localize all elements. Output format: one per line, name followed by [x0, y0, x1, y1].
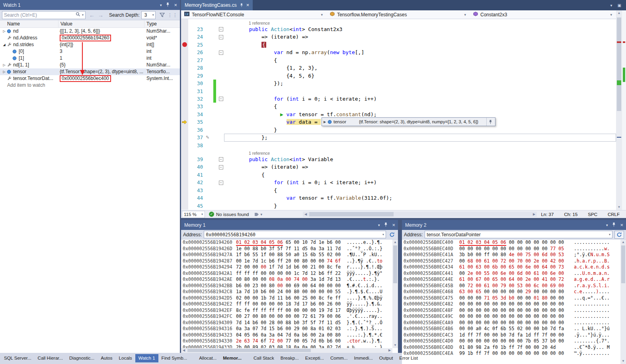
fold-collapse-button[interactable]: −	[219, 157, 223, 162]
memory2-titlebar[interactable]: Memory 2 ▾ ×	[402, 220, 626, 230]
fold-collapse-button[interactable]: −	[219, 181, 223, 185]
fold-collapse-button[interactable]: −	[219, 97, 223, 101]
chevron-down-icon[interactable]: ▾	[82, 13, 84, 17]
breakpoint-margin[interactable]	[181, 49, 188, 56]
scroll-up-icon[interactable]: ▲	[392, 239, 398, 245]
taskbar-tab[interactable]: Locals	[116, 354, 135, 362]
code-line[interactable]: 43 {	[181, 187, 616, 194]
memory-row[interactable]: 0x000002556B0EC47500 00 00 71 05 3d b0 0…	[402, 295, 620, 302]
code-line[interactable]: 42− for (int i = 0; i < iterate; i++)	[181, 179, 616, 186]
memory1-address-input[interactable]: 0x000002556B194260 ▾	[204, 231, 386, 238]
scroll-left-icon[interactable]: ◀	[303, 212, 308, 216]
breakpoint-margin[interactable]	[181, 179, 188, 186]
datatip-variable-name[interactable]: tensor	[333, 119, 359, 124]
chevron-down-icon[interactable]: ▾	[610, 3, 612, 8]
code-line[interactable]: 30 });	[181, 80, 616, 87]
nav-dropdown-project[interactable]: C#TensorFlowNET.Console▾	[181, 10, 327, 19]
breakpoint-margin[interactable]	[181, 80, 188, 87]
memory1-rows[interactable]: 0x000002556B19426001 02 03 04 05 06 65 0…	[181, 239, 392, 348]
breakpoint-margin[interactable]	[181, 142, 188, 149]
scrollbar-thumb[interactable]	[187, 349, 311, 352]
breakpoint-margin[interactable]	[181, 72, 188, 80]
breakpoint-margin[interactable]	[181, 33, 188, 41]
add-watch-item-row[interactable]: Add item to watch	[0, 82, 180, 89]
watch-value-cell[interactable]: 0x000002556b0ec400	[59, 75, 144, 82]
memory-row[interactable]: 0x000002556B19433D2b 00 89 02 03 08 18 0…	[181, 345, 392, 348]
memory-row[interactable]: 0x000002556B0EC4A900 00 00 00 00 00 00 0…	[402, 320, 620, 326]
watch-value-cell[interactable]: {tf.Tensor: shape=(2, 3), dtype=uint8, .…	[59, 68, 144, 75]
taskbar-tab[interactable]: Memor...	[220, 354, 245, 362]
watch-value-cell[interactable]: 0x000002556b194260	[59, 35, 144, 41]
code-line[interactable]: 31	[181, 88, 616, 95]
memory-row[interactable]: 0x000002556B0EC4D000 00 00 00 00 00 00 0…	[402, 338, 620, 345]
close-icon[interactable]: ×	[246, 3, 250, 7]
refresh-icon[interactable]	[388, 232, 396, 237]
column-header-type[interactable]: Type	[144, 20, 180, 27]
scrollbar-thumb[interactable]	[393, 245, 397, 283]
memory-row[interactable]: 0x000002556B1942E2ff ff 00 00 00 00 18 7…	[181, 301, 392, 308]
search-icon[interactable]	[76, 12, 80, 18]
search-next-icon[interactable]: →	[98, 12, 103, 18]
fold-collapse-button[interactable]: −	[219, 27, 223, 31]
memory-row[interactable]: 0x000002556B1942AE00 80 00 00 08 0a 00 7…	[181, 276, 392, 283]
code-line[interactable]: 32− for (int i = 0; i < iterate; i++)	[181, 95, 616, 103]
watch-row[interactable]: ▷tensor{tf.Tensor: shape=(2, 3), dtype=u…	[0, 68, 180, 75]
memory-row[interactable]: 0x000002556B0EC43461 00 63 00 6b 00 65 0…	[402, 264, 620, 271]
memory-row[interactable]: 0x000002556B0EC4EA99 1b ff 7f 00 00 00 0…	[402, 350, 620, 357]
taskbar-tab[interactable]: Find Symb...	[158, 354, 191, 362]
code-line[interactable]: 45 }	[181, 202, 616, 210]
taskbar-tab[interactable]: Autos	[98, 354, 115, 362]
memory-row[interactable]: 0x000002556B1942C81a 7d 10 b6 00 24 00 8…	[181, 289, 392, 295]
pin-icon[interactable]	[486, 118, 494, 126]
memory-row[interactable]: 0x000002556B0EC46863 00 65 00 00 00 00 0…	[402, 289, 620, 295]
taskbar-tab[interactable]: Error List	[396, 354, 421, 362]
memory1-horizontal-scrollbar[interactable]: ◀ ▶	[181, 348, 392, 353]
scrollbar-thumb[interactable]	[309, 212, 394, 216]
memory-row[interactable]: 0x000002556B0EC44E61 00 67 00 65 00 64 0…	[402, 276, 620, 283]
zoom-select[interactable]: 115 %▾	[182, 211, 205, 218]
code-line[interactable]: 27 {	[181, 56, 616, 64]
memory-row[interactable]: 0x000002556B1942EF8c fe ff ff ff ff 00 0…	[181, 308, 392, 314]
code-line[interactable]: 29 {4, 5, 6}	[181, 72, 616, 80]
editor-vertical-scrollbar[interactable]: ▲ ▼	[616, 10, 622, 210]
chevron-down-icon[interactable]: ▾	[609, 233, 610, 236]
watch-value-cell[interactable]: {[[1, 2, 3], [4, 5, 6]]}	[59, 28, 144, 35]
breakpoint-margin[interactable]	[181, 202, 188, 210]
document-tab[interactable]: MemoryTestingCases.cs ×	[181, 0, 253, 10]
scrollbar-thumb[interactable]	[617, 18, 621, 111]
search-input[interactable]	[4, 12, 74, 18]
window-position-icon[interactable]: ▾	[160, 3, 162, 7]
taskbar-tab[interactable]: Excepti...	[302, 354, 327, 362]
editor-horizontal-scrollbar[interactable]: ◀ ▶	[303, 212, 537, 217]
scroll-up-icon[interactable]: ▲	[620, 239, 626, 245]
toolbar-overflow-grip[interactable]: ⋮⋮	[168, 12, 178, 18]
close-icon[interactable]: ×	[620, 223, 623, 227]
refresh-button[interactable]	[614, 231, 624, 239]
scroll-down-icon[interactable]: ▼	[392, 343, 398, 348]
pin-icon[interactable]	[166, 2, 170, 8]
expand-arrow-icon[interactable]: ▷	[2, 28, 7, 35]
taskbar-tab[interactable]: Watch 1	[135, 354, 158, 362]
breakpoint-margin[interactable]	[181, 88, 188, 95]
taskbar-tab[interactable]: SQL Server...	[1, 354, 35, 362]
breakpoint-icon[interactable]	[182, 42, 187, 47]
watch-row[interactable]: nd.Address0x000002556b194260void*	[0, 35, 180, 41]
scroll-up-icon[interactable]: ▲	[616, 10, 622, 16]
fold-collapse-button[interactable]: −	[219, 35, 223, 39]
breakpoint-margin[interactable]	[181, 187, 188, 194]
breakpoint-margin[interactable]	[181, 194, 188, 202]
code-line[interactable]: 39− public Action<int> Variable	[181, 156, 616, 163]
code-line[interactable]: 38	[181, 142, 616, 149]
memory2-vertical-scrollbar[interactable]: ▲ ▼	[620, 239, 626, 364]
memory-row[interactable]: 0x000002556B19428700 1e 7d 1c b6 ff 20 0…	[181, 258, 392, 265]
memory-row[interactable]: 0x000002556B19426D1e 00 88 b0 3f 5f 7f 1…	[181, 246, 392, 252]
breakpoint-margin[interactable]	[181, 25, 188, 33]
datatip-popup[interactable]: ▶ tensor {tf.Tensor: shape=(2, 3), dtype…	[322, 117, 495, 126]
taskbar-tab[interactable]: Diagnostic...	[66, 354, 98, 362]
breakpoint-margin[interactable]	[181, 95, 188, 103]
watch-search-box[interactable]: ▾	[2, 11, 86, 19]
watch-row[interactable]: ▷nd[1, 1]{5}NumShar...	[0, 62, 180, 68]
column-header-name[interactable]: Name	[0, 20, 59, 27]
column-header-value[interactable]: Value	[59, 20, 144, 27]
memory1-titlebar[interactable]: Memory 1 ▾ ×	[181, 220, 398, 230]
